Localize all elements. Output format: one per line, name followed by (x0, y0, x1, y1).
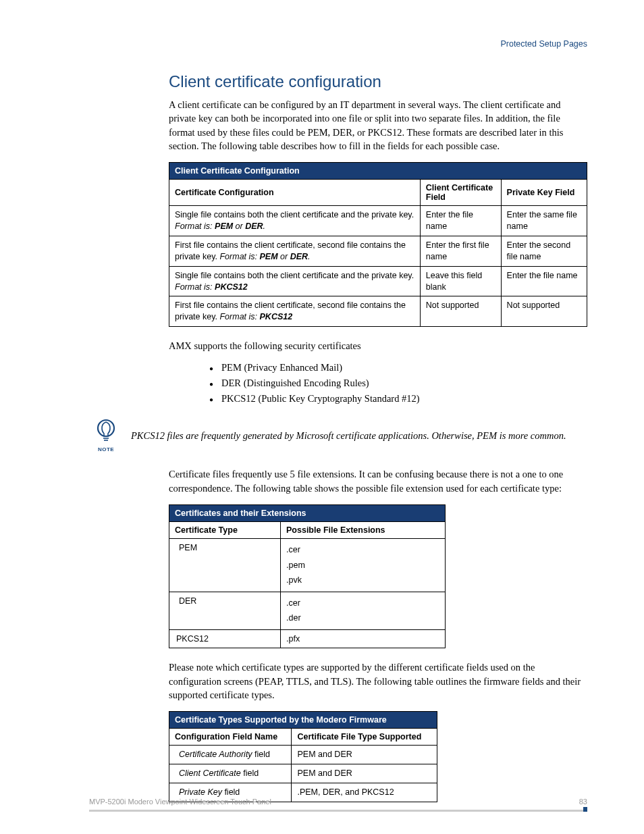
table3-title: Certificate Types Supported by the Moder… (169, 712, 437, 729)
list-item: DER (Distinguished Encoding Rules) (209, 377, 587, 389)
cert-bullet-list: PEM (Privacy Enhanced Mail) DER (Disting… (89, 362, 587, 405)
cert-extensions-table: Certificates and their Extensions Certif… (169, 504, 446, 648)
firmware-cert-types-table: Certificate Types Supported by the Moder… (169, 711, 437, 802)
table-row: First file contains the client certifica… (169, 236, 587, 266)
table3-h0: Configuration Field Name (169, 729, 292, 746)
supported-types-paragraph: Please note which certificate types are … (89, 660, 587, 702)
page-footer: MVP-5200i Modero Viewpoint Widescreen To… (89, 798, 587, 808)
table2-h1: Possible File Extensions (281, 522, 446, 539)
table2-h0: Certificate Type (169, 522, 281, 539)
table-row: PEM .cer.pem.pvk (169, 539, 446, 592)
table1-h1: Client Certificate Field (420, 180, 501, 206)
note-block: NOTE PKCS12 files are frequently generat… (89, 418, 587, 452)
footer-product-name: MVP-5200i Modero Viewpoint Widescreen To… (89, 798, 271, 806)
running-header: Protected Setup Pages (89, 39, 587, 49)
note-label: NOTE (89, 446, 123, 452)
table-row: PKCS12 .pfx (169, 629, 446, 648)
table-row: First file contains the client certifica… (169, 296, 587, 327)
section-title: Client certificate configuration (89, 72, 587, 91)
list-item: PEM (Privacy Enhanced Mail) (209, 362, 587, 373)
intro-paragraph: A client certificate can be configured b… (89, 98, 587, 153)
table1-h2: Private Key Field (501, 180, 587, 206)
client-cert-config-table: Client Certificate Configuration Certifi… (169, 162, 587, 327)
table2-title: Certificates and their Extensions (169, 505, 446, 522)
table1-title: Client Certificate Configuration (169, 163, 587, 180)
page-number: 83 (579, 798, 587, 806)
table-row: DER .cer.der (169, 592, 446, 629)
table-row: Client Certificate field PEM and DER (169, 764, 437, 783)
table-row: Single file contains both the client cer… (169, 266, 587, 296)
table3-h1: Certificate File Type Supported (292, 729, 437, 746)
note-text: PKCS12 files are frequently generated by… (123, 429, 566, 442)
list-item: PKCS12 (Public Key Cryptography Standard… (209, 393, 587, 405)
footer-rule (89, 810, 587, 812)
extensions-paragraph: Certificate files frequently use 5 file … (89, 467, 587, 495)
table-row: Single file contains both the client cer… (169, 206, 587, 236)
lightbulb-icon: NOTE (89, 418, 123, 452)
table1-h0: Certificate Configuration (169, 180, 421, 206)
table-row: Certificate Authority field PEM and DER (169, 746, 437, 764)
supports-paragraph: AMX supports the following security cert… (89, 339, 587, 353)
